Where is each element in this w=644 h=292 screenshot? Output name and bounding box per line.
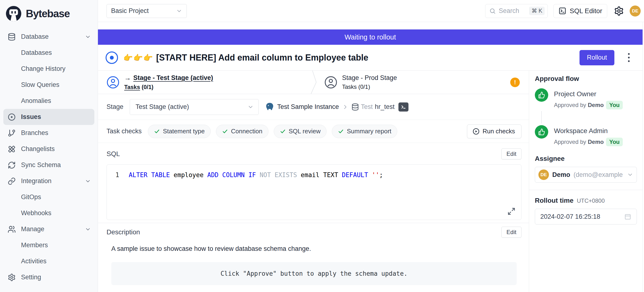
sidebar-item-branches[interactable]: Branches (3, 125, 94, 141)
check-sql-review[interactable]: SQL review (274, 125, 326, 138)
sql-editor-button[interactable]: SQL Editor (554, 4, 607, 18)
sidebar-item-changelists[interactable]: Changelists (3, 141, 94, 157)
sidebar-item-manage[interactable]: Manage (3, 221, 94, 237)
gear-icon (8, 273, 16, 281)
play-circle-icon (472, 128, 480, 135)
description-section: Description Edit A sample issue to showc… (98, 223, 529, 292)
link-icon (8, 177, 16, 185)
check-connection[interactable]: Connection (216, 125, 268, 138)
stage-name: Stage - Test Stage (active) (133, 74, 213, 82)
rollout-time-value: 2024-02-07 16:25:18 (540, 213, 624, 220)
thumbs-up-icon (535, 88, 548, 102)
approval-step-workspace-admin: Workspace Admin Approved by Demo You (535, 125, 637, 146)
sidebar-item-issues[interactable]: Issues (3, 109, 94, 125)
sidebar-item-label: Database (21, 33, 49, 41)
search-icon (489, 8, 496, 14)
expand-icon[interactable] (507, 207, 516, 215)
gear-icon[interactable] (614, 6, 624, 16)
content-row: → Stage - Test Stage (active) Tasks (0/1… (98, 71, 642, 292)
approval-role: Project Owner (554, 88, 623, 98)
sidebar-item-anomalies[interactable]: Anomalies (3, 93, 94, 109)
sidebar-item-change-history[interactable]: Change History (3, 61, 94, 77)
instance-name[interactable]: Test Sample Instance (277, 103, 339, 111)
stage-label: Stage (106, 103, 124, 111)
approver-name: Demo (588, 138, 604, 145)
rollout-timezone: UTC+0800 (577, 197, 605, 204)
rollout-time-input[interactable]: 2024-02-07 16:25:18 (535, 209, 637, 224)
chevron-down-icon (85, 226, 91, 232)
description-text: A sample issue to showcase how to review… (106, 245, 522, 252)
issue-title-row: 👉👉👉 [START HERE] Add email column to Emp… (98, 45, 642, 71)
users-icon (8, 225, 16, 233)
user-avatar[interactable]: DE (630, 6, 641, 17)
description-note: Click "Approve" button to apply the sche… (111, 262, 517, 285)
thumbs-up-icon (535, 125, 548, 138)
check-icon (222, 128, 228, 134)
scrollbar-gutter[interactable] (643, 22, 644, 292)
sql-edit-button[interactable]: Edit (502, 149, 522, 160)
main-area: Basic Project Search ⌘ K SQL Editor DE W… (98, 0, 644, 292)
kebab-menu-icon[interactable] (624, 51, 634, 64)
stage-select[interactable]: Test Stage (active) (130, 99, 259, 115)
sidebar-item-sync-schema[interactable]: Sync Schema (3, 157, 94, 173)
sidebar-item-databases[interactable]: Databases (3, 45, 94, 61)
chevron-down-icon (85, 34, 91, 40)
sidebar-nav: Database Databases Change History Slow Q… (0, 29, 98, 285)
sidebar-item-activities[interactable]: Activities (3, 253, 94, 269)
check-icon (280, 128, 286, 134)
chevron-down-icon (627, 172, 633, 178)
topbar: Basic Project Search ⌘ K SQL Editor DE (98, 0, 644, 22)
database-name[interactable]: hr_test (375, 103, 394, 111)
bytebase-logo[interactable]: Bytebase (0, 0, 98, 27)
sidebar-item-slow-queries[interactable]: Slow Queries (3, 77, 94, 93)
stage-tab-test[interactable]: → Stage - Test Stage (active) Tasks (0/1… (98, 71, 310, 94)
sidebar-item-database[interactable]: Database (3, 29, 94, 45)
stage-tab-prod[interactable]: Stage - Prod Stage Tasks (0/1) ! (318, 71, 529, 94)
terminal-square-icon (558, 7, 566, 15)
check-statement-type[interactable]: Statement type (148, 125, 211, 138)
approval-connector (541, 111, 542, 123)
sql-statement: ALTER TABLE employee ADD COLUMN IF NOT E… (129, 171, 383, 179)
sidebar-item-setting[interactable]: Setting (3, 269, 94, 285)
you-badge: You (606, 101, 623, 109)
sidebar-item-webhooks[interactable]: Webhooks (3, 205, 94, 221)
chevron-right-icon (342, 104, 348, 110)
approval-steps: Project Owner Approved by Demo You (535, 88, 637, 146)
stage-tasks[interactable]: Tasks (0/1) (124, 84, 213, 90)
description-edit-button[interactable]: Edit (502, 227, 522, 238)
approval-step-text: Project Owner Approved by Demo You (554, 88, 623, 109)
project-selector[interactable]: Basic Project (106, 4, 187, 18)
you-badge: You (606, 138, 623, 146)
approval-flow-heading: Approval flow (535, 75, 637, 83)
stage-tab-separator (310, 71, 318, 94)
bytebase-logo-icon (5, 5, 22, 22)
run-checks-button[interactable]: Run checks (467, 124, 522, 138)
stage-selector-row: Stage Test Stage (active) Test Sample In… (98, 94, 529, 120)
approver-name: Demo (588, 102, 604, 108)
sql-code-editor[interactable]: 1 ALTER TABLE employee ADD COLUMN IF NOT… (106, 165, 522, 220)
status-banner: Waiting to rollout (98, 30, 642, 45)
issue-status-icon (106, 51, 118, 64)
approval-step-text: Workspace Admin Approved by Demo You (554, 125, 623, 146)
open-sql-editor-icon[interactable] (398, 102, 408, 111)
assignee-select[interactable]: DE Demo (demo@example (535, 167, 637, 183)
sidebar-item-gitops[interactable]: GitOps (3, 189, 94, 205)
rollout-button[interactable]: Rollout (580, 50, 614, 65)
sidebar-item-integration[interactable]: Integration (3, 173, 94, 189)
approval-step-project-owner: Project Owner Approved by Demo You (535, 88, 637, 109)
page-scroll-area: Waiting to rollout 👉👉👉 [START HERE] Add … (98, 22, 643, 292)
stage-tasks[interactable]: Tasks (0/1) (342, 84, 397, 90)
task-checks-row: Task checks Statement type Connection SQ… (98, 120, 529, 143)
assignee-name: Demo (552, 171, 570, 179)
check-icon (338, 128, 344, 134)
stage-person-icon (106, 76, 120, 89)
sql-editor-label: SQL Editor (570, 7, 602, 15)
assignee-avatar: DE (538, 170, 549, 180)
calendar-icon (624, 213, 631, 220)
search-input[interactable]: Search ⌘ K (485, 4, 548, 18)
issue-title-emoji: 👉👉👉 (123, 53, 153, 62)
check-summary-report[interactable]: Summary report (332, 125, 397, 138)
sidebar-item-members[interactable]: Members (3, 237, 94, 253)
chevron-down-icon (248, 104, 254, 110)
stage-name: Stage - Prod Stage (342, 74, 397, 82)
